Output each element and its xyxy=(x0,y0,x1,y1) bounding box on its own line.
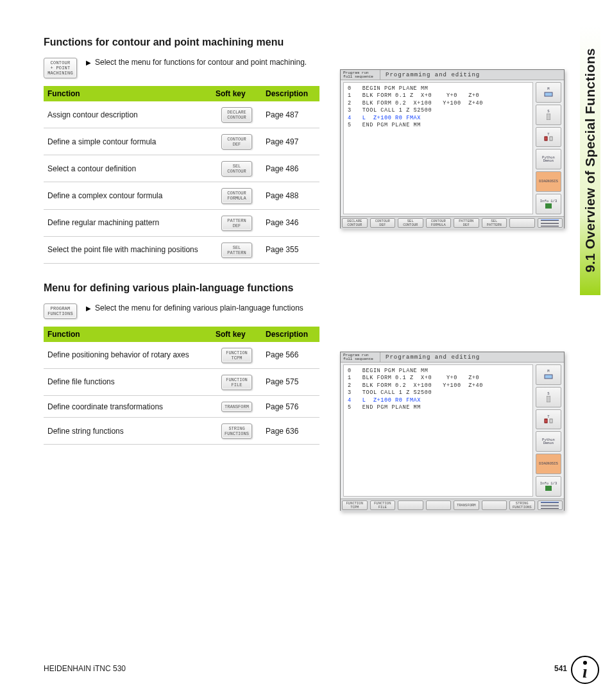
cnc-softkey[interactable]: CONTOUR DEF xyxy=(370,218,396,228)
svg-rect-6 xyxy=(547,396,550,402)
table-row: Define coordinate transformations TRANSF… xyxy=(44,395,319,417)
cnc-softkey[interactable]: TRANSFORM xyxy=(454,500,479,510)
cnc-softkey-empty: . xyxy=(509,218,535,228)
cnc-softkey[interactable]: SEL CONTOUR xyxy=(398,218,423,228)
cnc-side-t-icon[interactable]: T xyxy=(536,127,561,148)
svg-rect-4 xyxy=(545,203,552,209)
cnc-softkey-empty: . xyxy=(398,500,423,510)
table-row: Define regular machining pattern PATTERN… xyxy=(44,209,319,236)
section1-title: Functions for contour and point machinin… xyxy=(44,36,319,49)
table-row: Assign contour description DECLARE CONTO… xyxy=(44,101,319,128)
svg-rect-5 xyxy=(545,375,552,379)
section2-title: Menu for defining various plain-language… xyxy=(44,282,319,295)
cnc-screenshot-1: Program run full sequence Programming an… xyxy=(340,69,565,228)
cnc-side-m-icon[interactable]: M xyxy=(536,364,561,385)
softkey-button[interactable]: FUNCTION FILE xyxy=(221,375,252,390)
softkey-button[interactable]: TRANSFORM xyxy=(221,402,252,412)
cnc-code-listing: 0 BEGIN PGM PLANE MM 1 BLK FORM 0.1 Z X+… xyxy=(343,364,533,497)
section1-intro-text: Select the menu for functions for contou… xyxy=(95,58,307,67)
cnc-softkey-indicator xyxy=(538,218,563,228)
cnc-softkey[interactable]: CONTOUR FORMULA xyxy=(426,218,452,228)
softkey-button[interactable]: STRING FUNCTIONS xyxy=(221,423,252,439)
section2-table: Function Soft key Description Define pos… xyxy=(44,327,319,445)
section1-table: Function Soft key Description Assign con… xyxy=(44,86,319,264)
cnc-side-python-icon[interactable]: Python Demos xyxy=(536,149,561,169)
cnc-screenshot-2: Program run full sequence Programming an… xyxy=(340,352,565,511)
table-row: Select the point file with machining pos… xyxy=(44,236,319,263)
cnc-side-s-icon[interactable]: S xyxy=(536,387,561,407)
side-tab-text: 9.1 Overview of Special Functions xyxy=(582,48,598,273)
cnc-softkey[interactable]: PATTERN DEF xyxy=(454,218,479,228)
section1-intro: ▶ Select the menu for functions for cont… xyxy=(86,58,307,67)
cnc-side-python-icon[interactable]: Python Demos xyxy=(536,431,561,452)
cnc-side-t-icon[interactable]: T xyxy=(536,409,561,430)
arrow-icon: ▶ xyxy=(86,58,91,67)
cnc-softkey[interactable]: STRING FUNCTIONS xyxy=(509,500,535,510)
cnc-softkey-empty: . xyxy=(426,500,452,510)
cnc-side-info-icon[interactable]: Info 1/3 xyxy=(536,194,561,214)
section2-intro: ▶ Select the menu for defining various p… xyxy=(86,303,303,313)
cnc-side-diagnosis-icon[interactable]: DIAGNOSIS xyxy=(536,454,561,474)
col-function: Function xyxy=(44,327,212,342)
svg-rect-0 xyxy=(545,92,552,96)
svg-rect-8 xyxy=(550,419,552,423)
softkey-button[interactable]: CONTOUR DEF xyxy=(221,134,252,149)
cnc-mode: Program run full sequence xyxy=(341,70,380,80)
cnc-mode: Program run full sequence xyxy=(341,352,380,362)
table-row: Define string functions STRING FUNCTIONS… xyxy=(44,418,319,445)
table-row: Define file functions FUNCTION FILE Page… xyxy=(44,368,319,395)
info-icon: ı xyxy=(571,656,599,684)
contour-point-machining-menu-button[interactable]: CONTOUR + POINT MACHINING xyxy=(44,58,77,78)
table-row: Define positioning behavior of rotary ax… xyxy=(44,342,319,369)
svg-rect-9 xyxy=(545,486,552,491)
table-row: Define a complex contour formula CONTOUR… xyxy=(44,182,319,209)
col-softkey: Soft key xyxy=(212,86,262,101)
cnc-side-diagnosis-icon[interactable]: DIAGNOSIS xyxy=(536,171,561,192)
cnc-side-m-icon[interactable]: M xyxy=(536,82,561,103)
cnc-side-s-icon[interactable]: S xyxy=(536,105,561,125)
footer-product: HEIDENHAIN iTNC 530 xyxy=(44,664,126,673)
cnc-softkey[interactable]: FUNCTION FILE xyxy=(370,500,396,510)
cnc-softkey-indicator xyxy=(538,500,563,510)
col-description: Description xyxy=(262,86,319,101)
cnc-code-listing: 0 BEGIN PGM PLANE MM 1 BLK FORM 0.1 Z X+… xyxy=(343,82,533,214)
program-functions-menu-button[interactable]: PROGRAM FUNCTIONS xyxy=(44,303,77,319)
cnc-softkey-empty: . xyxy=(482,500,507,510)
softkey-button[interactable]: DECLARE CONTOUR xyxy=(221,107,252,123)
cnc-softkey[interactable]: FUNCTION TCPM xyxy=(342,500,368,510)
cnc-title: Programming and editing xyxy=(380,70,564,80)
softkey-button[interactable]: SEL CONTOUR xyxy=(221,161,252,176)
svg-rect-3 xyxy=(550,137,552,141)
cnc-title: Programming and editing xyxy=(380,352,564,362)
arrow-icon: ▶ xyxy=(86,303,91,313)
softkey-button[interactable]: CONTOUR FORMULA xyxy=(221,188,252,203)
cnc-softkey[interactable]: DECLARE CONTOUR xyxy=(342,218,368,228)
table-row: Select a contour definition SEL CONTOUR … xyxy=(44,155,319,182)
softkey-button[interactable]: SEL PATTERN xyxy=(221,243,252,258)
footer-page-number: 541 xyxy=(554,664,567,673)
cnc-softkey[interactable]: SEL PATTERN xyxy=(482,218,507,228)
col-description: Description xyxy=(262,327,319,342)
table-row: Define a simple contour formula CONTOUR … xyxy=(44,128,319,155)
col-softkey: Soft key xyxy=(212,327,262,342)
col-function: Function xyxy=(44,86,212,101)
svg-rect-2 xyxy=(545,137,547,141)
cnc-side-panel: M S T Python Demos DIAGNOSIS Info 1/3 xyxy=(536,364,561,497)
cnc-softkey-row: DECLARE CONTOUR CONTOUR DEF SEL CONTOUR … xyxy=(341,216,564,229)
svg-rect-7 xyxy=(545,419,547,423)
softkey-button[interactable]: FUNCTION TCPM xyxy=(221,348,252,363)
cnc-side-panel: M S T Python Demos DIAGNOSIS Info 1/3 xyxy=(536,82,561,214)
section2-intro-text: Select the menu for defining various pla… xyxy=(95,303,303,313)
cnc-softkey-row: FUNCTION TCPM FUNCTION FILE . . TRANSFOR… xyxy=(341,499,564,511)
svg-rect-1 xyxy=(547,114,550,120)
section-side-tab: 9.1 Overview of Special Functions xyxy=(580,26,600,295)
softkey-button[interactable]: PATTERN DEF xyxy=(221,216,252,231)
cnc-side-info-icon[interactable]: Info 1/3 xyxy=(536,476,561,497)
